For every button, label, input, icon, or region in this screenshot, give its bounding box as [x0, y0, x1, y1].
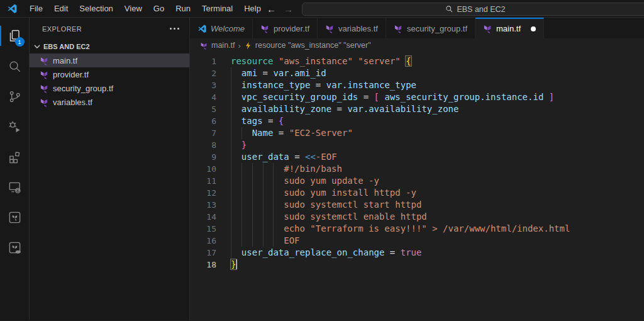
terraform-file-icon: [40, 70, 49, 79]
activitybar-extensions[interactable]: [0, 142, 30, 172]
code-line[interactable]: 8}: [190, 139, 644, 151]
line-number[interactable]: 12: [190, 187, 231, 199]
menu-view[interactable]: View: [119, 1, 148, 16]
arrow-back-icon[interactable]: ←: [267, 4, 276, 14]
line-number[interactable]: 10: [190, 163, 231, 175]
workspace-name: EBS AND EC2: [43, 43, 90, 50]
line-number[interactable]: 5: [190, 103, 231, 115]
menu-edit[interactable]: Edit: [48, 1, 74, 16]
code-line[interactable]: 18}: [190, 259, 644, 271]
line-number[interactable]: 4: [190, 91, 231, 103]
workspace-section-header[interactable]: EBS AND EC2: [30, 40, 189, 54]
menu-terminal[interactable]: Terminal: [196, 1, 238, 16]
menu-bar: FileEditSelectionViewGoRunTerminalHelp: [24, 1, 267, 16]
code-line[interactable]: 9user_data = <<-EOF: [190, 151, 644, 163]
code-line[interactable]: 16EOF: [190, 235, 644, 247]
activitybar-terraform-cloud[interactable]: [0, 232, 30, 262]
line-number[interactable]: 13: [190, 199, 231, 211]
arrow-forward-icon[interactable]: →: [284, 4, 293, 14]
tab-label: security_group.tf: [407, 24, 467, 33]
line-content: sudo systemctl start httpd: [231, 199, 421, 211]
activitybar-search[interactable]: [0, 51, 30, 81]
line-content: tags = {: [231, 115, 284, 127]
indent-guide: [252, 187, 263, 199]
menu-file[interactable]: File: [24, 1, 48, 16]
line-number[interactable]: 9: [190, 151, 231, 163]
sidebar-item-variables.tf[interactable]: variables.tf: [30, 95, 189, 109]
indent-guide: [231, 151, 242, 163]
menu-help[interactable]: Help: [238, 1, 267, 16]
indent-guide: [273, 223, 284, 235]
modified-dot-icon[interactable]: [531, 26, 536, 31]
activitybar-source-control[interactable]: [0, 81, 30, 111]
indent-guide: [231, 247, 242, 259]
tab-provider.tf[interactable]: provider.tf: [253, 18, 318, 38]
activitybar-run-debug[interactable]: [0, 111, 30, 142]
more-actions-icon[interactable]: [167, 25, 182, 32]
line-number[interactable]: 2: [190, 67, 231, 79]
terraform-file-icon: [394, 24, 403, 33]
sidebar-item-main.tf[interactable]: main.tf: [30, 54, 189, 67]
line-number[interactable]: 3: [190, 79, 231, 91]
code-line[interactable]: 1resource "aws_instance" "server" {: [190, 55, 644, 67]
line-number[interactable]: 7: [190, 127, 231, 139]
code-line[interactable]: 2ami = var.ami_id: [190, 67, 644, 79]
file-name: main.tf: [53, 56, 77, 65]
search-value: EBS and EC2: [457, 5, 505, 14]
line-number[interactable]: 1: [190, 55, 231, 67]
code-editor[interactable]: 1resource "aws_instance" "server" {2ami …: [190, 52, 644, 320]
code-line[interactable]: 15echo "Terraform is easy!!!" > /var/www…: [190, 223, 644, 235]
indent-guide: [273, 199, 284, 211]
vscode-logo-icon: [7, 3, 18, 14]
indent-guide: [273, 163, 284, 175]
code-line[interactable]: 13sudo systemctl start httpd: [190, 199, 644, 211]
file-name: variables.tf: [53, 98, 92, 107]
line-number[interactable]: 11: [190, 175, 231, 187]
sidebar-item-provider.tf[interactable]: provider.tf: [30, 67, 189, 81]
breadcrumb-file[interactable]: main.tf: [211, 41, 235, 50]
line-content: instance_type = var.instance_type: [231, 79, 416, 91]
code-line[interactable]: 4vpc_security_group_ids = [ aws_security…: [190, 91, 644, 103]
line-content: sudo yum update -y: [231, 175, 379, 187]
tab-variables.tf[interactable]: variables.tf: [318, 18, 386, 38]
code-line[interactable]: 5availability_zone = var.availability_zo…: [190, 103, 644, 115]
command-center-search[interactable]: EBS and EC2: [302, 3, 644, 16]
code-line[interactable]: 14sudo systemctl enable httpd: [190, 211, 644, 223]
source-control-icon: [8, 89, 22, 104]
remote-explorer-icon: [8, 180, 22, 194]
code-line[interactable]: 12sudo yum install httpd -y: [190, 187, 644, 199]
terraform-file-icon: [483, 24, 492, 33]
indent-guide: [231, 163, 242, 175]
tab-Welcome[interactable]: Welcome: [190, 18, 253, 38]
sidebar-item-security_group.tf[interactable]: security_group.tf: [30, 81, 189, 95]
code-line[interactable]: 7Name = "EC2-Server": [190, 127, 644, 139]
menu-selection[interactable]: Selection: [74, 1, 118, 16]
code-line[interactable]: 3instance_type = var.instance_type: [190, 79, 644, 91]
line-number[interactable]: 14: [190, 211, 231, 223]
explorer-title: EXPLORER: [42, 25, 167, 33]
indent-guide: [231, 223, 242, 235]
code-line[interactable]: 10#!/bin/bash: [190, 163, 644, 175]
line-number[interactable]: 16: [190, 235, 231, 247]
line-number[interactable]: 6: [190, 115, 231, 127]
tab-security_group.tf[interactable]: security_group.tf: [386, 18, 475, 38]
menu-go[interactable]: Go: [148, 1, 170, 16]
line-number[interactable]: 8: [190, 139, 231, 151]
tab-label: Welcome: [211, 24, 245, 33]
code-line[interactable]: 11sudo yum update -y: [190, 175, 644, 187]
activitybar-terraform[interactable]: [0, 202, 30, 232]
badge: 1: [15, 37, 25, 47]
symbol-resource-icon: [244, 42, 252, 50]
code-line[interactable]: 6tags = {: [190, 115, 644, 127]
file-name: provider.tf: [53, 70, 89, 79]
tab-main.tf[interactable]: main.tf: [475, 18, 544, 38]
line-number[interactable]: 15: [190, 223, 231, 235]
indent-guide: [252, 211, 263, 223]
breadcrumb-symbol[interactable]: resource "aws_instance" "server": [255, 41, 371, 50]
menu-run[interactable]: Run: [170, 1, 196, 16]
activitybar-explorer[interactable]: 1: [0, 21, 30, 51]
activitybar-remote-explorer[interactable]: [0, 172, 30, 202]
code-line[interactable]: 17user_data_replace_on_change = true: [190, 247, 644, 259]
line-number[interactable]: 17: [190, 247, 231, 259]
line-number[interactable]: 18: [190, 259, 231, 271]
